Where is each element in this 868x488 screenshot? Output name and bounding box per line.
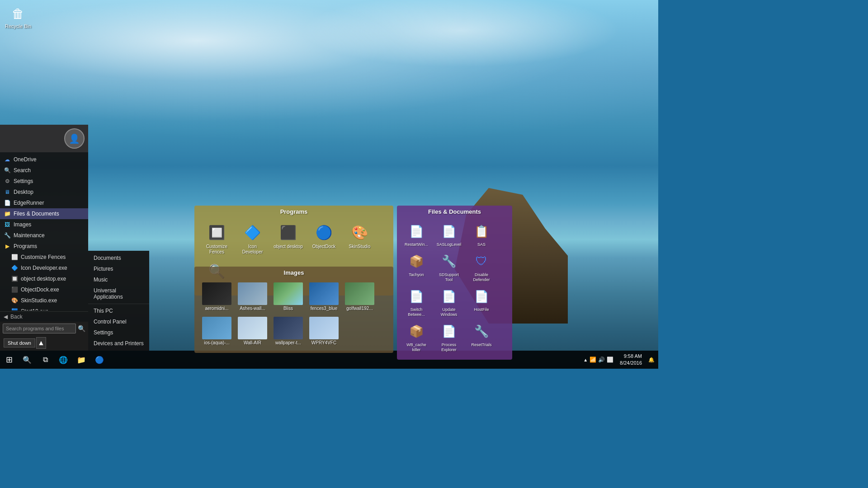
image-ashes[interactable]: Ashes-wall... [236,281,269,313]
file-process-explorer[interactable]: 📄 Process Explorer [433,320,465,354]
tray-arrow[interactable]: ▲ [583,357,588,362]
files-icon: 📁 [4,210,11,217]
menu-item-icon-developer[interactable]: 🔷 Icon Developer.exe [0,263,88,273]
system-tray: ▲ 📶 🔊 ⬜ [583,357,613,363]
images-icons: aeromidni... Ashes-wall... Bliss fences3… [194,279,393,349]
customize-fences-app-icon: 🔲 [206,221,228,243]
programs-icon: ▶ [4,243,11,250]
app-objectdock[interactable]: 🔵 ObjectDock [307,220,341,257]
image-wallpaper[interactable]: wallpaper-t... [271,315,305,347]
hostfile-icon: 📄 [472,286,491,306]
fences-thumbnail [309,282,339,305]
file-tachyon[interactable]: 📦 Tachyon [401,250,432,284]
ios-thumbnail [202,317,231,339]
submenu-item-pictures[interactable]: Pictures [88,263,149,274]
file-resettrials[interactable]: 🔧 ResetTrials [466,320,497,354]
image-fences[interactable]: fences3_blue [307,281,341,313]
menu-item-skinstudio[interactable]: 🎨 SkinStudio.exe [0,295,88,306]
app-skinstudio[interactable]: 🎨 SkinStudio [343,220,377,257]
file-sasloglevel[interactable]: 📄 SASLogLevel [433,220,465,249]
file-hostfile[interactable]: 📄 HostFile [466,285,497,319]
menu-item-edgerunner[interactable]: 📄 EdgeRunner [0,197,88,208]
restartwin-icon: 📄 [406,221,426,241]
submenu-item-devices[interactable]: Devices and Printers [88,338,149,349]
file-cache-killer[interactable]: 📦 WB_cache killer [401,320,432,354]
app-icon-developer[interactable]: 🔷 Icon Developer [236,220,269,257]
app-object-desktop[interactable]: ⬛ object desktop [271,220,305,257]
menu-item-start10[interactable]: 🟦 Start10.exe [0,306,88,310]
user-avatar[interactable]: 👤 [64,128,85,149]
maintenance-icon: 🔧 [4,232,11,239]
clock[interactable]: 9:58 AM 8/24/2016 [616,353,646,367]
menu-item-object-desktop[interactable]: 🔲 object desktop.exe [0,273,88,284]
tray-battery-icon: ⬜ [607,357,613,363]
start-button[interactable]: ⊞ [0,351,18,369]
back-icon: ◀ [4,314,8,320]
menu-item-files[interactable]: 📁 Files & Documents [0,208,88,219]
menu-item-maintenance[interactable]: 🔧 Maintenance [0,230,88,241]
taskbar-edge-icon[interactable]: 🌐 [54,351,72,369]
image-ios[interactable]: ios-(aqua)-... [200,315,234,347]
menu-item-customize-fences[interactable]: ⬜ Customize Fences [0,252,88,263]
tray-network-icon[interactable]: 📶 [590,357,596,363]
resettrials-icon: 🔧 [472,322,491,342]
start-menu: 👤 ☁ OneDrive 🔍 Search ⚙ Settings 🖥 Deskt… [0,125,88,351]
menu-item-search[interactable]: 🔍 Search [0,165,88,176]
shutdown-button[interactable]: Shut down [4,338,35,347]
shutdown-arrow-icon[interactable]: ▲ [36,337,46,349]
file-sdsupport[interactable]: 🔧 SDSupport Tool [433,250,465,284]
submenu-item-universal[interactable]: Universal Applications [88,285,149,302]
taskbar-task-view-icon[interactable]: ⧉ [36,351,54,369]
file-disable-defender[interactable]: 🛡 Disable Defender [466,250,497,284]
submenu-item-controlpanel[interactable]: Control Panel [88,316,149,327]
menu-item-objectdock[interactable]: ⬛ ObjectDock.exe [0,284,88,295]
sasloglevel-icon: 📄 [439,221,459,241]
image-aero[interactable]: aeromidni... [200,281,234,313]
file-update-windows[interactable]: 📄 Update Windows [433,285,465,319]
image-wpry[interactable]: WPRY4VFC [307,315,341,347]
switch-icon: 📄 [406,286,426,306]
wallpaper-thumbnail [274,317,303,339]
programs-panel-title: Programs [194,206,393,218]
edgerunner-icon: 📄 [4,199,11,206]
menu-item-desktop[interactable]: 🖥 Desktop [0,187,88,197]
search-input[interactable] [3,324,76,333]
submenu-item-thispc[interactable]: This PC [88,305,149,316]
files-icons-container: 📄 RestartWin... 📄 SASLogLevel 📋 SAS 📦 Ta… [397,218,512,356]
image-bliss[interactable]: Bliss [271,281,305,313]
taskbar-explorer-icon[interactable]: 📁 [72,351,90,369]
bottom-row: 🔍 [0,322,88,335]
recycle-bin[interactable]: 🗑 Recycle Bin [5,5,32,29]
image-wall-air[interactable]: Wall-AIR [236,315,269,347]
app-customize-fences[interactable]: 🔲 Customize Fences [200,220,234,257]
tray-volume-icon[interactable]: 🔊 [598,357,605,363]
start10-icon: 🟦 [11,308,18,310]
recycle-bin-icon: 🗑 [9,5,27,23]
recycle-bin-label: Recycle Bin [5,23,31,29]
bliss-thumbnail [274,282,303,305]
menu-item-programs[interactable]: ▶ Programs [0,241,88,252]
icon-developer-icon: 🔷 [11,264,18,272]
back-button[interactable]: ◀ Back [0,311,88,322]
ashes-thumbnail [238,282,267,305]
taskbar-store-icon[interactable]: 🔵 [90,351,108,369]
menu-item-settings[interactable]: ⚙ Settings [0,176,88,187]
taskbar-search-icon[interactable]: 🔍 [18,351,36,369]
notification-icon[interactable]: 🔔 [648,357,655,363]
file-switch[interactable]: 📄 Switch Betwee... [401,285,432,319]
menu-item-onedrive[interactable]: ☁ OneDrive [0,154,88,165]
image-golf[interactable]: golfwall192... [343,281,377,313]
update-windows-icon: 📄 [439,286,459,306]
file-restartwin[interactable]: 📄 RestartWin... [401,220,432,249]
object-desktop-icon: 🔲 [11,275,18,282]
submenu-item-documents[interactable]: Documents [88,253,149,263]
settings-icon: ⚙ [4,178,11,185]
sdsupport-icon: 🔧 [439,252,459,272]
file-sas[interactable]: 📋 SAS [466,220,497,249]
user-section: 👤 [0,125,88,152]
submenu-item-music[interactable]: Music [88,274,149,285]
submenu-item-settings[interactable]: Settings [88,327,149,338]
menu-item-images[interactable]: 🖼 Images [0,219,88,230]
search-button-icon[interactable]: 🔍 [78,325,85,332]
icon-developer-app-icon: 🔷 [242,221,264,243]
